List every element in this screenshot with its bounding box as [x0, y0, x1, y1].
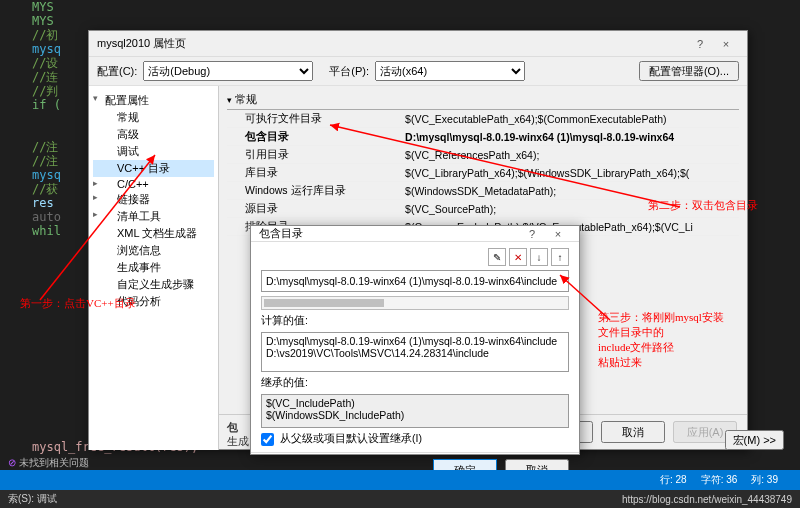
- include-dirs-dialog: 包含目录 ? × ✎ ✕ ↓ ↑ D:\mysql\mysql-8.0.19-w…: [250, 225, 580, 455]
- inherit-checkbox[interactable]: [261, 433, 274, 446]
- platform-select[interactable]: 活动(x64): [375, 61, 525, 81]
- close-icon[interactable]: ×: [545, 228, 571, 240]
- property-grid[interactable]: 可执行文件目录$(VC_ExecutablePath_x64);$(Common…: [227, 110, 739, 236]
- search-label: 索(S):: [8, 492, 34, 506]
- tree-item[interactable]: 链接器: [93, 191, 214, 208]
- status-bar: 行: 28 字符: 36 列: 39: [0, 470, 800, 490]
- tree-item[interactable]: VC++ 目录: [93, 160, 214, 177]
- tree-item[interactable]: C/C++: [93, 177, 214, 191]
- cancel-button[interactable]: 取消: [601, 421, 665, 443]
- help-icon[interactable]: ?: [687, 38, 713, 50]
- close-icon[interactable]: ×: [713, 38, 739, 50]
- tree-item[interactable]: 常规: [93, 109, 214, 126]
- property-row[interactable]: 源目录$(VC_SourcePath);: [227, 200, 739, 218]
- config-tree[interactable]: 配置属性常规高级调试VC++ 目录C/C++链接器清单工具XML 文档生成器浏览…: [89, 86, 219, 450]
- status-chars: 字符: 36: [701, 473, 738, 487]
- footer-bar: 索(S): 调试 https://blog.csdn.net/weixin_44…: [0, 490, 800, 508]
- delete-icon[interactable]: ✕: [509, 248, 527, 266]
- error-indicator-icon[interactable]: ⊘: [8, 457, 16, 468]
- source-url: https://blog.csdn.net/weixin_44438749: [622, 494, 792, 505]
- tree-item[interactable]: 生成事件: [93, 259, 214, 276]
- tree-item[interactable]: 高级: [93, 126, 214, 143]
- property-row[interactable]: 库目录$(VC_LibraryPath_x64);$(WindowsSDK_Li…: [227, 164, 739, 182]
- platform-label: 平台(P):: [329, 64, 369, 79]
- computed-list: D:\mysql\mysql-8.0.19-winx64 (1)\mysql-8…: [261, 332, 569, 372]
- property-row[interactable]: Windows 运行库目录$(WindowsSDK_MetadataPath);: [227, 182, 739, 200]
- tree-root[interactable]: 配置属性: [93, 92, 214, 109]
- h-scrollbar[interactable]: [261, 296, 569, 310]
- dialog-title: mysql2010 属性页: [97, 36, 687, 51]
- help-icon[interactable]: ?: [519, 228, 545, 240]
- new-line-icon[interactable]: ✎: [488, 248, 506, 266]
- macro-button[interactable]: 宏(M) >>: [725, 430, 784, 450]
- code-area[interactable]: MYSMYS//初mysq//设//连//判if ( //注//注mysq//获…: [32, 0, 61, 238]
- path-input[interactable]: D:\mysql\mysql-8.0.19-winx64 (1)\mysql-8…: [261, 270, 569, 292]
- tree-item[interactable]: 浏览信息: [93, 242, 214, 259]
- inherit-list: $(VC_IncludePath)$(WindowsSDK_IncludePat…: [261, 394, 569, 428]
- property-row[interactable]: 可执行文件目录$(VC_ExecutablePath_x64);$(Common…: [227, 110, 739, 128]
- config-label: 配置(C):: [97, 64, 137, 79]
- property-row[interactable]: 包含目录D:\mysql\mysql-8.0.19-winx64 (1)\mys…: [227, 128, 739, 146]
- group-header[interactable]: 常规: [227, 90, 739, 110]
- status-col: 列: 39: [751, 473, 778, 487]
- computed-label: 计算的值:: [261, 314, 569, 328]
- sub-dialog-title: 包含目录: [259, 226, 519, 241]
- move-down-icon[interactable]: ↓: [530, 248, 548, 266]
- config-manager-button[interactable]: 配置管理器(O)...: [639, 61, 739, 81]
- tree-item[interactable]: 代码分析: [93, 293, 214, 310]
- config-select[interactable]: 活动(Debug): [143, 61, 313, 81]
- status-line: 行: 28: [660, 473, 687, 487]
- tree-item[interactable]: 调试: [93, 143, 214, 160]
- inherit-label: 继承的值:: [261, 376, 569, 390]
- search-value: 调试: [37, 492, 57, 506]
- move-up-icon[interactable]: ↑: [551, 248, 569, 266]
- inherit-checkbox-label: 从父级或项目默认设置继承(I): [280, 432, 422, 446]
- tree-item[interactable]: 清单工具: [93, 208, 214, 225]
- tree-item[interactable]: XML 文档生成器: [93, 225, 214, 242]
- no-issues-label: 未找到相关问题: [19, 457, 89, 468]
- tree-item[interactable]: 自定义生成步骤: [93, 276, 214, 293]
- property-row[interactable]: 引用目录$(VC_ReferencesPath_x64);: [227, 146, 739, 164]
